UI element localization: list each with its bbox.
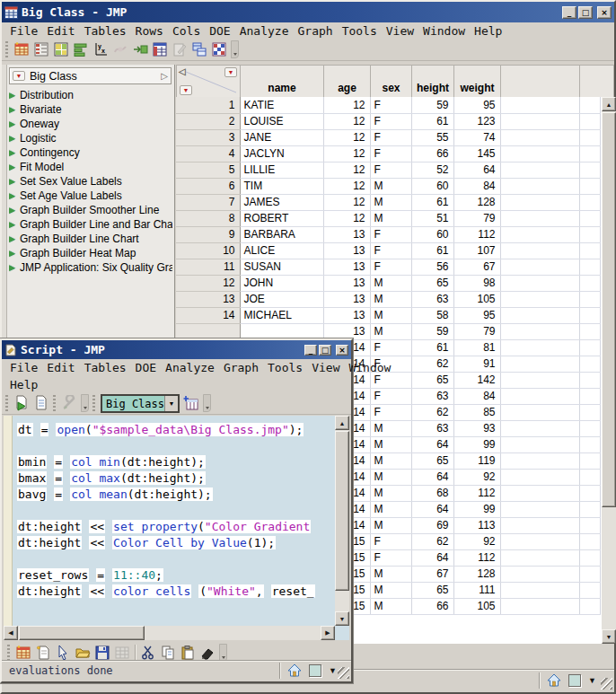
data-cell[interactable]: [500, 162, 579, 178]
run-script-icon[interactable]: [12, 393, 31, 413]
data-cell[interactable]: 61: [411, 339, 453, 356]
wrench-icon[interactable]: [59, 393, 79, 413]
data-cell[interactable]: [579, 162, 600, 178]
script-editor[interactable]: dt=open("$sample_data\Big Class.jmp");bm…: [4, 416, 349, 640]
data-cell[interactable]: [579, 178, 600, 194]
menu-item-tables[interactable]: Tables: [80, 361, 131, 374]
data-cell[interactable]: [579, 242, 600, 259]
menu-item-help[interactable]: Help: [5, 378, 42, 391]
editor-hscroll-thumb[interactable]: [19, 626, 145, 640]
data-cell[interactable]: 13: [323, 226, 370, 242]
data-cell[interactable]: [579, 97, 600, 113]
data-cell[interactable]: [579, 582, 600, 598]
editor-scroll-up-icon[interactable]: ▲: [335, 416, 349, 430]
toolbar-overflow-chevron[interactable]: [231, 40, 239, 58]
data-cell[interactable]: M: [370, 517, 411, 533]
data-cell[interactable]: F: [370, 162, 411, 178]
script-titlebar[interactable]: Script - JMP _ □ ×: [2, 340, 351, 359]
edit-icon[interactable]: [170, 40, 189, 59]
data-cell[interactable]: F: [370, 145, 411, 162]
data-cell[interactable]: [579, 436, 600, 452]
data-cell[interactable]: M: [370, 485, 411, 501]
table-vscrollbar[interactable]: ▲ ▼: [602, 97, 616, 644]
data-cell[interactable]: M: [370, 323, 411, 339]
data-cell[interactable]: 58: [411, 307, 453, 323]
data-cell[interactable]: [500, 145, 579, 162]
data-cell[interactable]: [579, 339, 600, 356]
data-cell[interactable]: M: [370, 291, 411, 307]
row-number-cell[interactable]: 10: [176, 242, 240, 259]
home-icon[interactable]: [547, 674, 561, 687]
data-cell[interactable]: 105: [453, 598, 500, 614]
data-cell[interactable]: BARBARA: [240, 226, 323, 242]
table-scripts-header[interactable]: ▼ Big Class ▷: [9, 67, 172, 84]
data-cell[interactable]: 51: [411, 210, 453, 226]
data-cell[interactable]: [500, 323, 579, 339]
data-cell[interactable]: 111: [453, 582, 500, 598]
script-code[interactable]: dt=open("$sample_data\Big Class.jmp");bm…: [13, 416, 335, 626]
script-window-square-button[interactable]: [309, 664, 321, 677]
data-cell[interactable]: F: [370, 549, 411, 566]
data-cell[interactable]: ROBERT: [240, 210, 323, 226]
data-cell[interactable]: [579, 372, 600, 388]
data-cell[interactable]: 128: [453, 566, 500, 582]
data-cell[interactable]: [579, 323, 600, 339]
data-cell[interactable]: [579, 113, 600, 129]
data-cell[interactable]: 113: [453, 517, 500, 533]
data-cell[interactable]: 99: [453, 501, 500, 517]
columns-menu-icon[interactable]: ▼: [224, 67, 237, 77]
data-cell[interactable]: [500, 339, 579, 356]
collapse-right-icon[interactable]: ▷: [161, 72, 168, 81]
menu-item-file[interactable]: File: [5, 361, 42, 374]
sidebar-item-jmp-application-six-quality-gra[interactable]: ▶JMP Application: Six Quality Gra: [9, 260, 172, 275]
row-number-cell[interactable]: 3: [176, 129, 240, 145]
data-cell[interactable]: [500, 420, 579, 436]
data-cell[interactable]: M: [370, 307, 411, 323]
data-cell[interactable]: [500, 194, 579, 210]
data-cell[interactable]: M: [370, 582, 411, 598]
data-cell[interactable]: F: [370, 129, 411, 145]
data-cell[interactable]: 52: [411, 162, 453, 178]
data-cell[interactable]: 145: [453, 145, 500, 162]
data-cell[interactable]: [500, 178, 579, 194]
data-cell[interactable]: M: [370, 275, 411, 291]
window-panes-icon[interactable]: [51, 40, 71, 59]
toolbar-overflow-chevron[interactable]: [203, 394, 211, 412]
graph-builder-icon[interactable]: [71, 40, 91, 59]
menu-item-window[interactable]: Window: [344, 361, 395, 374]
menu-item-view[interactable]: View: [382, 24, 418, 38]
menu-item-help[interactable]: Help: [470, 24, 506, 38]
data-cell[interactable]: 65: [411, 452, 453, 469]
data-cell[interactable]: [500, 275, 579, 291]
main-titlebar[interactable]: Big Class - JMP _ □ ×: [2, 2, 614, 22]
data-cell[interactable]: 85: [453, 404, 500, 420]
data-cell[interactable]: F: [370, 259, 411, 275]
data-cell[interactable]: 74: [453, 129, 500, 145]
data-cell[interactable]: 60: [411, 226, 453, 242]
data-cell[interactable]: ALICE: [240, 242, 323, 259]
editor-scroll-left-icon[interactable]: ◀: [4, 626, 18, 640]
data-cell[interactable]: 13: [323, 259, 370, 275]
column-header-empty[interactable]: [580, 66, 614, 98]
minimize-button[interactable]: _: [562, 6, 576, 19]
data-cell[interactable]: 66: [411, 598, 453, 614]
dropdown-triangle-icon[interactable]: ▼: [588, 676, 596, 685]
data-cell[interactable]: 60: [411, 178, 453, 194]
data-cell[interactable]: 12: [323, 178, 370, 194]
maximize-button[interactable]: □: [578, 6, 593, 19]
menu-item-cols[interactable]: Cols: [168, 24, 205, 38]
data-cell[interactable]: F: [370, 339, 411, 356]
sidebar-item-graph-builder-smoother-line[interactable]: ▶Graph Builder Smoother Line: [9, 203, 172, 217]
column-header-empty[interactable]: [501, 66, 580, 98]
data-cell[interactable]: F: [370, 404, 411, 420]
data-cell[interactable]: 55: [411, 129, 453, 145]
data-cell[interactable]: [500, 582, 579, 598]
sidebar-item-graph-builder-line-and-bar-chart[interactable]: ▶Graph Builder Line and Bar Chart: [9, 217, 172, 232]
data-cell[interactable]: [500, 485, 579, 501]
data-cell[interactable]: [500, 97, 579, 113]
data-cell[interactable]: 64: [453, 162, 500, 178]
formula-icon[interactable]: [130, 40, 150, 59]
menu-item-rows[interactable]: Rows: [131, 24, 168, 38]
fit-y-by-x-icon[interactable]: yx: [91, 40, 110, 59]
data-cell[interactable]: 65: [411, 582, 453, 598]
